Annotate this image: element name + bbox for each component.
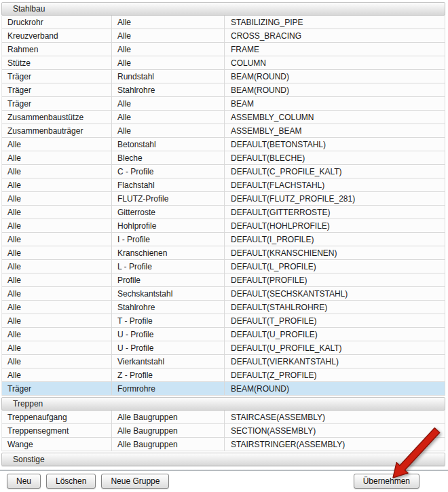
delete-button[interactable]: Löschen xyxy=(46,474,96,489)
cell-c2: Formrohre xyxy=(112,382,225,395)
cell-c3: BEAM(ROUND) xyxy=(225,83,445,96)
group-header-label: Stahlbau xyxy=(13,4,45,14)
cell-c3: COLUMN xyxy=(225,56,445,69)
cell-c1: Rahmen xyxy=(2,43,112,56)
cell-c1: Alle xyxy=(2,301,112,314)
table-row[interactable]: AlleL - ProfileDEFAULT(L_PROFILE) xyxy=(2,260,445,273)
new-group-button[interactable]: Neue Gruppe xyxy=(101,474,169,489)
table-row[interactable]: AlleHohlprofileDEFAULT(HOHLPROFILE) xyxy=(2,219,445,233)
table-row[interactable]: AlleFlachstahlDEFAULT(FLACHSTAHL) xyxy=(2,178,445,192)
cell-c1: Alle xyxy=(2,219,112,232)
table-row[interactable]: AlleU - ProfileDEFAULT(U_PROFILE_KALT) xyxy=(2,341,445,355)
cell-c3: DEFAULT(SECHSKANTSTAHL) xyxy=(225,287,445,300)
table-row[interactable]: AlleBlecheDEFAULT(BLECHE) xyxy=(2,151,445,165)
table-row[interactable]: TrägerAlleBEAM xyxy=(2,97,445,111)
group-header-sonstige[interactable]: Sonstige xyxy=(1,453,445,466)
table-row[interactable]: AlleZ - ProfileDEFAULT(Z_PROFILE) xyxy=(2,368,445,382)
group-rows-stahlbau: DruckrohrAlleSTABILIZING_PIPEKreuzverban… xyxy=(1,16,445,396)
table-row[interactable]: AlleT - ProfileDEFAULT(T_PROFILE) xyxy=(2,314,445,328)
cell-c3: STAIRSTRINGER(ASSEMBLY) xyxy=(225,438,445,451)
table-row-selected[interactable]: TrägerFormrohreBEAM(ROUND) xyxy=(2,382,445,396)
cell-c3: BEAM xyxy=(225,97,445,110)
table-row[interactable]: ZusammenbaustützeAlleASSEMBLY_COLUMN xyxy=(2,111,445,124)
cell-c2: Vierkantstahl xyxy=(112,355,225,368)
cell-c3: ASSEMBLY_COLUMN xyxy=(225,111,445,124)
cell-c3: STABILIZING_PIPE xyxy=(225,16,445,29)
cell-c1: Wange xyxy=(2,438,112,451)
table-row[interactable]: KreuzverbandAlleCROSS_BRACING xyxy=(2,29,445,43)
cell-c3: DEFAULT(VIERKANTSTAHL) xyxy=(225,355,445,368)
cell-c1: Alle xyxy=(2,314,112,327)
table-row[interactable]: DruckrohrAlleSTABILIZING_PIPE xyxy=(2,16,445,29)
cell-c2: Flachstahl xyxy=(112,178,225,191)
cell-c2: Hohlprofile xyxy=(112,219,225,232)
cell-c1: Zusammenbaustütze xyxy=(2,111,112,124)
table-row[interactable]: TreppensegmentAlle BaugruppenSECTION(ASS… xyxy=(2,424,445,438)
cell-c1: Stütze xyxy=(2,56,112,69)
cell-c1: Träger xyxy=(2,97,112,110)
table-row[interactable]: WangeAlle BaugruppenSTAIRSTRINGER(ASSEMB… xyxy=(2,438,445,451)
table-row[interactable]: StützeAlleCOLUMN xyxy=(2,56,445,70)
cell-c3: DEFAULT(U_PROFILE_KALT) xyxy=(225,341,445,354)
cell-c2: Rundstahl xyxy=(112,70,225,83)
cell-c1: Alle xyxy=(2,151,112,164)
cell-c1: Alle xyxy=(2,233,112,246)
table-row[interactable]: AlleKranschienenDEFAULT(KRANSCHIENEN) xyxy=(2,246,445,260)
cell-c1: Alle xyxy=(2,355,112,368)
table-row[interactable]: AlleI - ProfileDEFAULT(I_PROFILE) xyxy=(2,233,445,246)
group-header-stahlbau[interactable]: Stahlbau xyxy=(1,2,445,16)
footer-toolbar: Neu Löschen Neue Gruppe Übernehmen xyxy=(0,474,448,491)
table-row[interactable]: AlleGitterrosteDEFAULT(GITTERROSTE) xyxy=(2,206,445,219)
cell-c1: Alle xyxy=(2,287,112,300)
panel-bottom-divider xyxy=(0,470,448,471)
cell-c1: Träger xyxy=(2,382,112,395)
group-rows-treppen: TreppenaufgangAlle BaugruppenSTAIRCASE(A… xyxy=(1,411,445,451)
cell-c3: FRAME xyxy=(225,43,445,56)
cell-c3: STAIRCASE(ASSEMBLY) xyxy=(225,411,445,423)
table-row[interactable]: AlleVierkantstahlDEFAULT(VIERKANTSTAHL) xyxy=(2,355,445,368)
cell-c3: DEFAULT(C_PROFILE_KALT) xyxy=(225,165,445,178)
group-header-treppen[interactable]: Treppen xyxy=(1,397,445,411)
cell-c2: Stahlrohre xyxy=(112,83,225,96)
table-row[interactable]: RahmenAlleFRAME xyxy=(2,43,445,56)
cell-c2: I - Profile xyxy=(112,233,225,246)
table-row[interactable]: TrägerRundstahlBEAM(ROUND) xyxy=(2,70,445,83)
cell-c3: DEFAULT(U_PROFILE) xyxy=(225,328,445,341)
cell-c1: Treppensegment xyxy=(2,424,112,437)
cell-c1: Alle xyxy=(2,206,112,219)
cell-c3: DEFAULT(BETONSTAHL) xyxy=(225,138,445,151)
cell-c2: Alle xyxy=(112,16,225,29)
cell-c3: DEFAULT(FLACHSTAHL) xyxy=(225,178,445,191)
table-row[interactable]: AlleU - ProfileDEFAULT(U_PROFILE) xyxy=(2,328,445,341)
cell-c1: Alle xyxy=(2,341,112,354)
cell-c3: DEFAULT(KRANSCHIENEN) xyxy=(225,246,445,259)
cell-c2: Alle xyxy=(112,111,225,124)
cell-c2: Gitterroste xyxy=(112,206,225,219)
table-row[interactable]: ZusammenbauträgerAlleASSEMBLY_BEAM xyxy=(2,124,445,138)
table-row[interactable]: TrägerStahlrohreBEAM(ROUND) xyxy=(2,83,445,97)
table-row[interactable]: TreppenaufgangAlle BaugruppenSTAIRCASE(A… xyxy=(2,411,445,424)
cell-c1: Zusammenbauträger xyxy=(2,124,112,137)
apply-button[interactable]: Übernehmen xyxy=(354,474,419,489)
cell-c2: Profile xyxy=(112,273,225,286)
table-row[interactable]: AlleBetonstahlDEFAULT(BETONSTAHL) xyxy=(2,138,445,151)
cell-c2: Alle xyxy=(112,29,225,42)
cell-c1: Treppenaufgang xyxy=(2,411,112,423)
new-button[interactable]: Neu xyxy=(7,474,41,489)
table-row[interactable]: AlleProfileDEFAULT(PROFILE) xyxy=(2,273,445,287)
cell-c2: Kranschienen xyxy=(112,246,225,259)
cell-c1: Alle xyxy=(2,192,112,205)
cell-c2: Alle xyxy=(112,43,225,56)
cell-c2: FLUTZ-Profile xyxy=(112,192,225,205)
cell-c3: BEAM(ROUND) xyxy=(225,70,445,83)
cell-c2: Alle Baugruppen xyxy=(112,438,225,451)
table-row[interactable]: AlleFLUTZ-ProfileDEFAULT(FLUTZ_PROFILE_2… xyxy=(2,192,445,206)
cell-c2: Alle xyxy=(112,56,225,69)
cell-c2: T - Profile xyxy=(112,314,225,327)
table-row[interactable]: AlleC - ProfileDEFAULT(C_PROFILE_KALT) xyxy=(2,165,445,178)
table-row[interactable]: AlleStahlrohreDEFAULT(STAHLROHRE) xyxy=(2,301,445,314)
cell-c3: DEFAULT(T_PROFILE) xyxy=(225,314,445,327)
cell-c1: Alle xyxy=(2,328,112,341)
table-row[interactable]: AlleSechskantstahlDEFAULT(SECHSKANTSTAHL… xyxy=(2,287,445,301)
cell-c1: Alle xyxy=(2,178,112,191)
